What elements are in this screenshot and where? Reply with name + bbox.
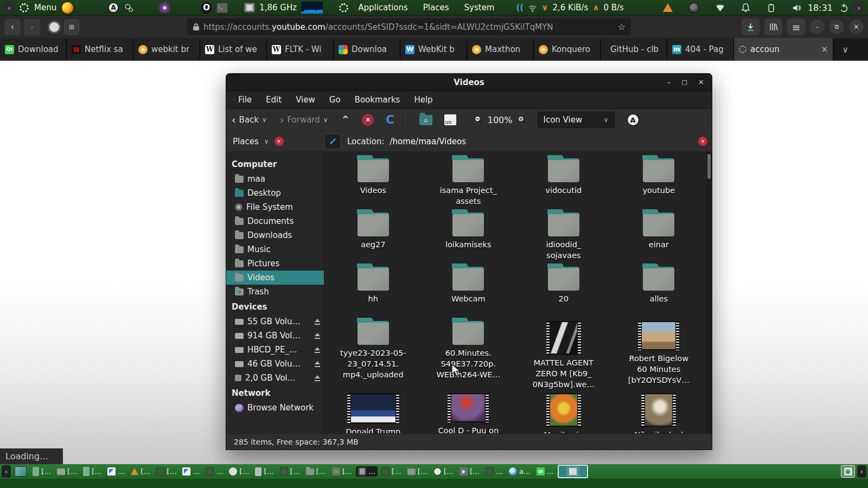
browser-tab[interactable]: NNetflix sa <box>67 38 133 61</box>
places-pane-selector[interactable]: Places ∨ ✕ <box>226 137 324 146</box>
recycle-bin-button[interactable] <box>841 465 855 478</box>
taskbar-window-button[interactable]: [… <box>405 466 430 477</box>
browser-tab[interactable]: webkit br <box>133 38 200 61</box>
browser-tab[interactable]: Downloa <box>334 38 400 61</box>
menu-item-go[interactable]: Go <box>329 95 341 105</box>
clock[interactable]: 18:31 <box>806 3 835 13</box>
eject-icon[interactable] <box>314 361 321 367</box>
fm-titlebar[interactable]: Videos – ◻ ✕ <box>226 74 712 91</box>
browser-tab[interactable]: GitHub - clb <box>601 38 667 61</box>
video-file-item[interactable]: Monitor jaMarika Uus -… <box>516 390 611 433</box>
sidebar-item-2-0-gb-vol[interactable]: 2,0 GB Vol… <box>233 371 324 385</box>
panel-collapse-left-button[interactable]: ‹ <box>3 2 15 14</box>
fm-close-button[interactable]: ✕ <box>698 78 704 86</box>
browser-tab[interactable]: accoun× <box>734 38 833 61</box>
folder-item[interactable]: vidocutid <box>516 155 611 209</box>
sidebar-item-55-gb-volu[interactable]: 55 GB Volu… <box>233 314 324 329</box>
sidebar-item-914-gb-vol[interactable]: 914 GB Vol… <box>233 329 324 343</box>
taskbar-window-button[interactable]: Qt… <box>534 466 556 477</box>
taskbar-window-button[interactable]: … <box>180 466 202 477</box>
taskbar-window-button[interactable]: [… <box>253 466 276 477</box>
taskbar-window-button[interactable]: [… <box>227 466 251 477</box>
edit-location-button[interactable] <box>324 134 341 149</box>
video-file-item[interactable]: Cool D - Puu onpuude kõrgune… <box>421 390 516 433</box>
view-mode-select[interactable]: Icon View ∨ <box>538 112 615 128</box>
browser-tab[interactable]: m404 - Pag <box>667 38 734 61</box>
browser-tab[interactable]: Maxthon <box>467 38 534 61</box>
taskbar-window-button[interactable] <box>12 465 29 478</box>
folder-item[interactable]: Webcam <box>421 264 516 318</box>
fm-zoom-out-button[interactable] <box>474 115 483 125</box>
sidebar-item-music[interactable]: Music <box>233 242 324 256</box>
tab-close-icon[interactable]: × <box>821 44 828 54</box>
taskbar-scroll-left-button[interactable]: ‹ <box>2 465 11 478</box>
taskbar-window-button[interactable]: a… <box>507 466 533 477</box>
taskbar-window-button[interactable]: [… <box>431 466 456 477</box>
network-tray-icon[interactable] <box>716 3 725 12</box>
sidebar-item-maa[interactable]: maa <box>233 172 324 186</box>
applications-menu[interactable]: Applications <box>353 3 413 12</box>
browser-tab[interactable]: WWebKit b <box>400 38 467 61</box>
video-file-item[interactable]: Nõuniku laul[jP_ZqQ_kSog].… <box>611 390 707 433</box>
eject-icon[interactable] <box>314 375 321 381</box>
sidebar-item-desktop[interactable]: Desktop <box>233 186 324 200</box>
folder-item[interactable]: youtube <box>611 155 707 209</box>
taskbar-window-button[interactable]: [… <box>129 466 152 477</box>
fm-up-button[interactable]: ⌃ <box>341 113 350 126</box>
url-bar[interactable]: https://accounts.youtube.com/accounts/Se… <box>187 18 631 35</box>
fm-zoom-in-button[interactable] <box>517 115 527 125</box>
browser-back-button[interactable]: ‹ <box>4 19 21 35</box>
taskbar-window-button[interactable]: [… <box>379 466 404 477</box>
fm-scrollbar-thumb[interactable] <box>707 154 711 179</box>
taskbar-window-button[interactable]: … <box>105 466 127 477</box>
firefox-icon[interactable] <box>62 2 73 14</box>
location-value[interactable]: /home/maa/Videos <box>390 137 467 146</box>
search-a-icon[interactable]: A <box>108 2 119 13</box>
taskbar-window-button[interactable]: [… <box>304 466 328 477</box>
taskbar-window-button[interactable] <box>558 465 588 478</box>
fm-back-button[interactable]: ‹ Back ∨ <box>232 114 267 126</box>
fm-reload-button[interactable]: C <box>386 113 394 126</box>
sidebar-item-46-gb-volu[interactable]: 46 GB Volu… <box>233 357 324 371</box>
taskbar-window-button[interactable]: [… <box>154 466 178 477</box>
taskbar-window-button[interactable]: [… <box>330 466 354 477</box>
folder-item[interactable]: loikamiseks <box>421 209 516 264</box>
sidebar-item-trash[interactable]: Trash <box>233 285 324 299</box>
fm-home-button[interactable]: ⌂ <box>419 115 432 125</box>
eject-icon[interactable] <box>314 347 321 353</box>
folder-item[interactable]: 20 <box>516 264 611 318</box>
sidebar-item-file-system[interactable]: File System <box>233 200 324 214</box>
folder-item[interactable]: tyye23-2023-05-23_07.14.51.mp4._uploaded <box>326 318 421 390</box>
system-menu[interactable]: System <box>459 3 500 12</box>
battery-icon[interactable] <box>767 3 776 12</box>
sidebar-item-pictures[interactable]: Pictures <box>233 256 324 271</box>
eject-icon[interactable] <box>314 333 321 339</box>
power-icon[interactable] <box>839 3 848 12</box>
browser-menu-button[interactable]: ≡ <box>787 18 805 35</box>
places-close-icon[interactable]: ✕ <box>275 137 284 146</box>
fm-forward-button[interactable]: › Forward ∨ <box>280 114 328 126</box>
opera-browser-icon[interactable]: O <box>201 2 212 14</box>
panel-collapse-right-button[interactable]: › <box>853 2 865 14</box>
folder-item[interactable]: einar <box>611 209 707 264</box>
taskbar-window-button[interactable]: [… <box>278 466 302 477</box>
folder-item[interactable]: alles <box>611 264 707 318</box>
sidebar-item-downloads[interactable]: Downloads <box>233 228 324 242</box>
taskbar-scroll-right-button[interactable]: › <box>857 465 866 478</box>
sidebar-item-videos[interactable]: Videos <box>226 271 324 285</box>
eject-icon[interactable] <box>314 319 321 325</box>
library-button[interactable] <box>764 18 782 35</box>
fm-stop-button[interactable]: ✕ <box>362 114 374 126</box>
taskbar-window-button[interactable]: … <box>356 466 378 477</box>
taskbar-window-button[interactable]: [… <box>81 466 104 477</box>
browser-tab[interactable]: WFLTK - Wi <box>267 38 334 61</box>
sidebar-item-documents[interactable]: Documents <box>233 214 324 228</box>
tabs-overflow-button[interactable]: ∨ <box>833 38 857 61</box>
tor-browser-icon[interactable] <box>159 2 170 14</box>
menu-item-edit[interactable]: Edit <box>266 95 282 105</box>
browser-tab[interactable]: Konquero <box>534 38 601 61</box>
folder-item[interactable]: hh <box>326 264 421 318</box>
folder-item[interactable]: isama Project_assets <box>421 155 516 209</box>
menu-button[interactable]: Menu <box>33 3 58 12</box>
browser-minimize-button[interactable]: – <box>810 20 825 34</box>
